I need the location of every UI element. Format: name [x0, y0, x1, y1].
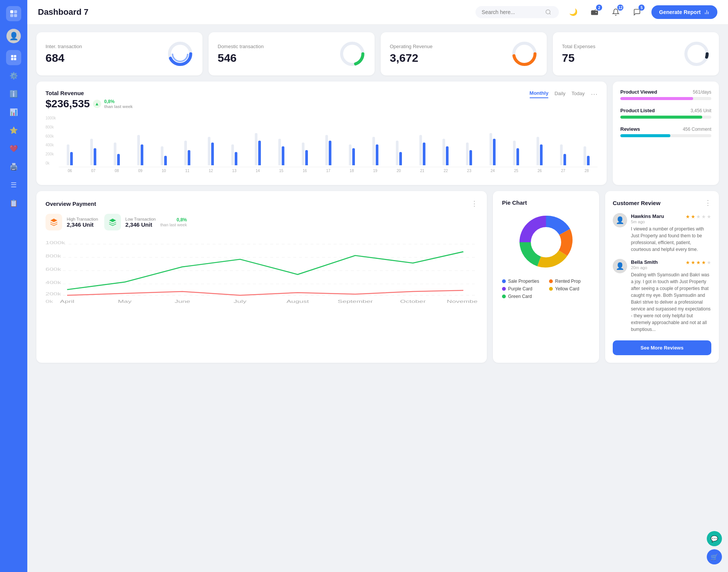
bell-icon-btn[interactable]: 12 — [609, 5, 623, 19]
overview-payment-card: Overview Payment ⋮ High Transaction 2,34… — [36, 191, 487, 363]
svg-rect-3 — [14, 14, 17, 17]
bar-gray-14 — [396, 141, 399, 165]
bar-blue-18 — [493, 139, 496, 165]
header: Dashboard 7 🌙 2 12 5 Generate Report — [27, 0, 728, 25]
metrics-panel: Product Viewed 561/days Product Listed 3… — [613, 81, 719, 185]
bar-label-8: 14 — [247, 169, 269, 173]
svg-text:200k: 200k — [46, 292, 61, 296]
stat-value-3: 75 — [562, 52, 595, 64]
svg-text:August: August — [286, 299, 309, 304]
wallet-icon-btn[interactable]: 2 — [588, 5, 601, 19]
svg-point-37 — [531, 227, 561, 257]
see-more-reviews-button[interactable]: See More Reviews — [613, 340, 711, 355]
reviewer-info-0: Hawkins Maru ★ ★ ★ ★ ★ 5m ago I viewed a… — [631, 213, 711, 253]
sidebar-item-analytics[interactable]: 📊 — [6, 105, 21, 120]
cart-float-button[interactable]: 🛒 — [707, 549, 722, 564]
svg-point-8 — [596, 12, 597, 13]
pie-chart-title: Pie Chart — [502, 199, 590, 206]
search-input[interactable] — [482, 9, 542, 15]
revenue-value: $236,535 — [46, 98, 90, 110]
bar-blue-15 — [423, 143, 425, 165]
sidebar-item-list[interactable]: 📋 — [6, 196, 21, 211]
metric-product-viewed: Product Viewed 561/days — [620, 89, 711, 100]
tab-monthly[interactable]: Monthly — [530, 90, 549, 98]
metric-name-1: Product Listed — [620, 108, 655, 113]
pie-chart-wrap — [502, 212, 590, 273]
revenue-bar-chart: 1000k 800k 600k 400k 200k 0k 06070809101… — [46, 116, 598, 177]
reviewer-time-0: 5m ago — [631, 219, 711, 224]
bar-label-10: 16 — [294, 169, 316, 173]
bar-gray-15 — [419, 135, 422, 165]
sidebar-item-settings[interactable]: ⚙️ — [6, 68, 21, 83]
bar-gray-20 — [537, 137, 539, 165]
bar-group-17 — [458, 124, 480, 165]
svg-rect-0 — [10, 10, 13, 13]
middle-row: Total Revenue $236,535 ▲ 0,8% than last … — [36, 81, 719, 185]
high-tx-value: 2,346 Unit — [67, 221, 98, 228]
revenue-card: Total Revenue $236,535 ▲ 0,8% than last … — [36, 81, 607, 185]
svg-text:800k: 800k — [46, 254, 61, 258]
bar-gray-3 — [137, 135, 140, 165]
sidebar-logo[interactable] — [6, 6, 21, 21]
low-tx-icon — [104, 214, 121, 230]
bar-label-3: 09 — [129, 169, 151, 173]
review-item-1: 👤 Bella Smith ★ ★ ★ ★ ★ 20 — [613, 259, 711, 333]
svg-text:November: November — [447, 299, 478, 304]
reviewer-text-0: I viewed a number of properties with Jus… — [631, 226, 711, 253]
bar-label-2: 08 — [106, 169, 128, 173]
donut-chart-0 — [167, 41, 193, 67]
bar-blue-20 — [540, 144, 543, 165]
bar-label-15: 21 — [411, 169, 433, 173]
tab-today[interactable]: Today — [571, 91, 585, 98]
metric-reviews: Reviews 456 Comment — [620, 126, 711, 137]
tab-daily[interactable]: Daily — [554, 91, 565, 98]
sidebar-item-info[interactable]: ℹ️ — [6, 86, 21, 102]
review-more-btn[interactable]: ⋮ — [704, 199, 711, 207]
svg-text:600k: 600k — [46, 267, 61, 271]
bar-label-11: 17 — [317, 169, 339, 173]
bar-label-6: 12 — [200, 169, 222, 173]
low-tx-info: Low Transaction 2,346 Unit — [126, 217, 156, 228]
svg-text:September: September — [338, 299, 373, 304]
tab-more-btn[interactable]: ⋯ — [591, 90, 598, 98]
pie-chart-card: Pie Chart — [493, 191, 599, 363]
chat-float-button[interactable]: 💬 — [707, 531, 722, 546]
bar-blue-21 — [563, 154, 566, 165]
low-tx-pct: 0,8% — [160, 217, 187, 223]
sidebar-item-likes[interactable]: ❤️ — [6, 141, 21, 156]
svg-text:June: June — [174, 299, 190, 304]
user-avatar[interactable]: 👤 — [6, 29, 21, 43]
bar-label-17: 23 — [458, 169, 480, 173]
sidebar-item-print[interactable]: 🖨️ — [6, 159, 21, 174]
bar-group-13 — [364, 124, 386, 165]
dark-mode-toggle[interactable]: 🌙 — [566, 5, 580, 19]
bar-gray-19 — [513, 141, 516, 165]
bottom-row: Overview Payment ⋮ High Transaction 2,34… — [36, 191, 719, 363]
stat-label-1: Domestic transaction — [218, 44, 264, 49]
sidebar-item-menu[interactable]: ☰ — [6, 177, 21, 193]
bar-gray-10 — [302, 143, 304, 165]
sidebar-item-favorites[interactable]: ⭐ — [6, 123, 21, 138]
bar-group-10 — [294, 124, 316, 165]
bar-gray-2 — [114, 143, 116, 165]
bar-group-9 — [270, 124, 292, 165]
high-tx-label: High Transaction — [67, 217, 98, 221]
bar-blue-19 — [516, 148, 519, 165]
bar-blue-7 — [235, 152, 237, 165]
metric-bar-2 — [620, 134, 711, 137]
chat-icon-btn[interactable]: 5 — [630, 5, 644, 19]
bar-group-0 — [59, 124, 81, 165]
transaction-cards: High Transaction 2,346 Unit Low Transact… — [46, 214, 478, 230]
bar-blue-12 — [352, 148, 355, 165]
stars-0: ★ ★ ★ ★ ★ — [686, 214, 711, 219]
overview-more-btn[interactable]: ⋮ — [471, 199, 478, 208]
bar-group-21 — [552, 124, 574, 165]
bar-label-14: 20 — [388, 169, 410, 173]
sidebar: 👤 ⚙️ ℹ️ 📊 ⭐ ❤️ 🖨️ ☰ 📋 — [0, 0, 27, 572]
bar-blue-0 — [70, 152, 73, 165]
revenue-amount-row: $236,535 ▲ 0,8% than last week — [46, 98, 133, 110]
generate-report-button[interactable]: Generate Report — [651, 5, 717, 19]
sidebar-item-dashboard[interactable] — [6, 50, 21, 65]
revenue-up-icon: ▲ — [93, 100, 101, 108]
metric-bar-0 — [620, 97, 711, 100]
